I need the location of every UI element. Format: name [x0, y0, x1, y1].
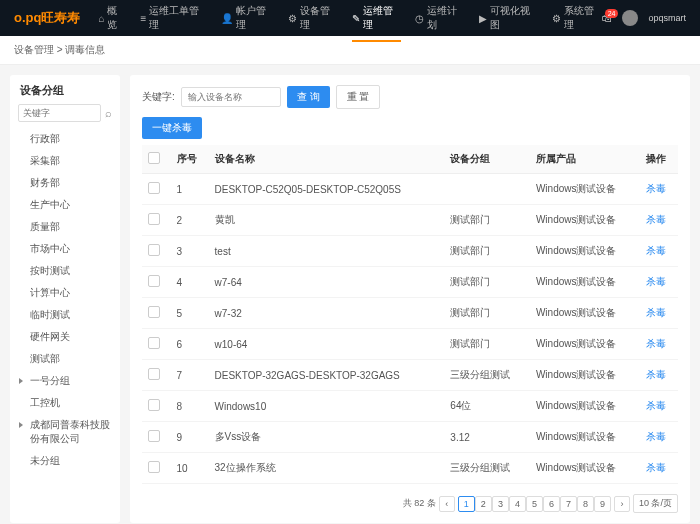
- page-number[interactable]: 1: [458, 496, 475, 512]
- page-number[interactable]: 7: [560, 496, 577, 512]
- page-size-select[interactable]: 10 条/页: [633, 494, 678, 513]
- sidebar-search-input[interactable]: [18, 104, 101, 122]
- cell-prod: Windows测试设备: [530, 205, 640, 236]
- filter-label: 关键字:: [142, 90, 175, 104]
- cell-group: 64位: [444, 391, 530, 422]
- cell-name: w7-64: [209, 267, 445, 298]
- row-checkbox[interactable]: [148, 430, 160, 442]
- page-number[interactable]: 2: [475, 496, 492, 512]
- cell-prod: Windows测试设备: [530, 453, 640, 484]
- row-checkbox[interactable]: [148, 399, 160, 411]
- row-scan-link[interactable]: 杀毒: [646, 462, 666, 473]
- nav-label: 帐户管理: [236, 4, 274, 32]
- nav-operation[interactable]: ✎运维管理: [352, 4, 401, 42]
- cell-name: DESKTOP-C52Q05-DESKTOP-C52Q05S: [209, 174, 445, 205]
- sidebar-item[interactable]: 行政部: [16, 128, 114, 150]
- col-header: 序号: [171, 145, 209, 174]
- row-scan-link[interactable]: 杀毒: [646, 338, 666, 349]
- row-scan-link[interactable]: 杀毒: [646, 276, 666, 287]
- cell-no: 10: [171, 453, 209, 484]
- cell-group: 三级分组测试: [444, 360, 530, 391]
- row-checkbox[interactable]: [148, 368, 160, 380]
- sidebar-item[interactable]: 按时测试: [16, 260, 114, 282]
- row-checkbox[interactable]: [148, 213, 160, 225]
- notif-button[interactable]: 🛍24: [602, 13, 612, 24]
- sidebar-item[interactable]: 成都同普泰科技股份有限公司: [16, 414, 114, 450]
- keyword-input[interactable]: [181, 87, 281, 107]
- cell-prod: Windows测试设备: [530, 298, 640, 329]
- cell-group: 测试部门: [444, 205, 530, 236]
- nav-account[interactable]: 👤帐户管理: [221, 4, 274, 32]
- row-checkbox[interactable]: [148, 275, 160, 287]
- cell-no: 8: [171, 391, 209, 422]
- nav-visual[interactable]: ▶可视化视图: [479, 4, 538, 32]
- pencil-icon: ✎: [352, 13, 360, 24]
- nav-overview[interactable]: ⌂概览: [98, 4, 126, 32]
- page-number[interactable]: 9: [594, 496, 611, 512]
- cell-group: 测试部门: [444, 329, 530, 360]
- sidebar-item[interactable]: 计算中心: [16, 282, 114, 304]
- sidebar-item[interactable]: 未分组: [16, 450, 114, 472]
- page-number[interactable]: 5: [526, 496, 543, 512]
- sidebar-item[interactable]: 测试部: [16, 348, 114, 370]
- sidebar-item[interactable]: 财务部: [16, 172, 114, 194]
- row-scan-link[interactable]: 杀毒: [646, 307, 666, 318]
- cell-no: 6: [171, 329, 209, 360]
- reset-button[interactable]: 重 置: [336, 85, 381, 109]
- sidebar-item[interactable]: 一号分组: [16, 370, 114, 392]
- avatar[interactable]: [622, 10, 638, 26]
- user-icon: 👤: [221, 13, 233, 24]
- table-row: 2黄凯测试部门Windows测试设备杀毒: [142, 205, 678, 236]
- cell-no: 2: [171, 205, 209, 236]
- page-next[interactable]: ›: [614, 496, 630, 512]
- row-scan-link[interactable]: 杀毒: [646, 183, 666, 194]
- sidebar: 设备分组 ⌕ 行政部采集部财务部生产中心质量部市场中心按时测试计算中心临时测试硬…: [10, 75, 120, 523]
- page-number[interactable]: 8: [577, 496, 594, 512]
- page-number[interactable]: 6: [543, 496, 560, 512]
- page-number[interactable]: 4: [509, 496, 526, 512]
- table-row: 9多Vss设备3.12Windows测试设备杀毒: [142, 422, 678, 453]
- nav-device[interactable]: ⚙设备管理: [288, 4, 338, 32]
- sidebar-item[interactable]: 硬件网关: [16, 326, 114, 348]
- sidebar-item[interactable]: 工控机: [16, 392, 114, 414]
- cell-name: w7-32: [209, 298, 445, 329]
- row-scan-link[interactable]: 杀毒: [646, 431, 666, 442]
- nav-label: 运维工单管理: [149, 4, 207, 32]
- cell-prod: Windows测试设备: [530, 236, 640, 267]
- row-checkbox[interactable]: [148, 461, 160, 473]
- row-scan-link[interactable]: 杀毒: [646, 214, 666, 225]
- nav-system[interactable]: ⚙系统管理: [552, 4, 602, 32]
- row-scan-link[interactable]: 杀毒: [646, 245, 666, 256]
- device-tree: 行政部采集部财务部生产中心质量部市场中心按时测试计算中心临时测试硬件网关测试部一…: [16, 128, 114, 472]
- gear-icon: ⚙: [552, 13, 561, 24]
- cell-name: 32位操作系统: [209, 453, 445, 484]
- sidebar-item[interactable]: 临时测试: [16, 304, 114, 326]
- nav-plan[interactable]: ◷运维计划: [415, 4, 465, 32]
- list-icon: ≡: [140, 13, 146, 24]
- col-header: 设备分组: [444, 145, 530, 174]
- sidebar-item[interactable]: 采集部: [16, 150, 114, 172]
- row-checkbox[interactable]: [148, 182, 160, 194]
- row-checkbox[interactable]: [148, 306, 160, 318]
- cell-name: 黄凯: [209, 205, 445, 236]
- nav-ticket[interactable]: ≡运维工单管理: [140, 4, 206, 32]
- cell-prod: Windows测试设备: [530, 267, 640, 298]
- sidebar-item[interactable]: 生产中心: [16, 194, 114, 216]
- row-scan-link[interactable]: 杀毒: [646, 400, 666, 411]
- cell-name: Windows10: [209, 391, 445, 422]
- row-checkbox[interactable]: [148, 244, 160, 256]
- sidebar-item[interactable]: 质量部: [16, 216, 114, 238]
- cell-no: 5: [171, 298, 209, 329]
- page-number[interactable]: 3: [492, 496, 509, 512]
- search-button[interactable]: 查 询: [287, 86, 330, 108]
- row-checkbox[interactable]: [148, 337, 160, 349]
- col-header: 所属产品: [530, 145, 640, 174]
- page-prev[interactable]: ‹: [439, 496, 455, 512]
- cell-group: [444, 174, 530, 205]
- sidebar-item[interactable]: 市场中心: [16, 238, 114, 260]
- username[interactable]: opqsmart: [648, 13, 686, 23]
- checkbox-all[interactable]: [148, 152, 160, 164]
- scan-all-button[interactable]: 一键杀毒: [142, 117, 202, 139]
- row-scan-link[interactable]: 杀毒: [646, 369, 666, 380]
- search-icon[interactable]: ⌕: [105, 107, 112, 119]
